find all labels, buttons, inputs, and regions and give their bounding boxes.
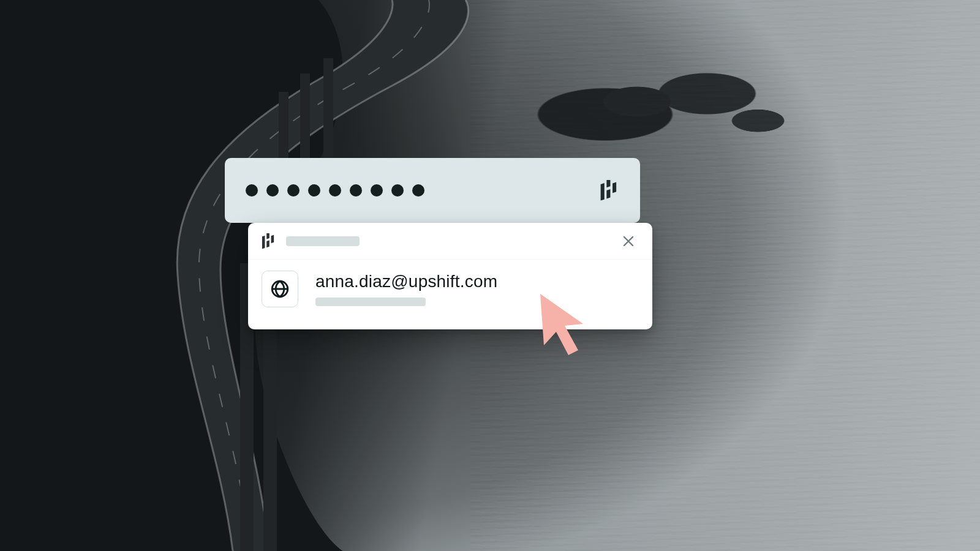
svg-rect-4 — [323, 58, 333, 162]
site-badge — [262, 271, 298, 307]
dashlane-icon — [262, 233, 275, 249]
autofill-suggestion[interactable]: anna.diaz@upshift.com — [248, 260, 652, 320]
credential-info: anna.diaz@upshift.com — [315, 272, 497, 306]
globe-icon — [270, 279, 290, 299]
credential-secondary-placeholder — [315, 298, 426, 306]
dashlane-icon — [600, 180, 618, 201]
svg-rect-6 — [601, 183, 605, 201]
svg-rect-11 — [266, 233, 270, 239]
close-icon — [621, 234, 636, 249]
svg-rect-8 — [606, 189, 610, 198]
svg-rect-10 — [262, 235, 265, 249]
autofill-dropdown: anna.diaz@upshift.com — [248, 223, 652, 329]
svg-rect-9 — [612, 182, 616, 193]
password-input[interactable] — [225, 158, 640, 223]
svg-rect-12 — [266, 240, 270, 247]
password-mask-dots — [246, 184, 424, 197]
svg-rect-7 — [606, 180, 610, 187]
password-manager-button[interactable] — [598, 179, 619, 201]
autofill-header-label-placeholder — [286, 236, 360, 246]
svg-rect-13 — [271, 234, 274, 242]
credential-username: anna.diaz@upshift.com — [315, 272, 497, 291]
autofill-header — [248, 223, 652, 260]
close-button[interactable] — [618, 231, 639, 252]
